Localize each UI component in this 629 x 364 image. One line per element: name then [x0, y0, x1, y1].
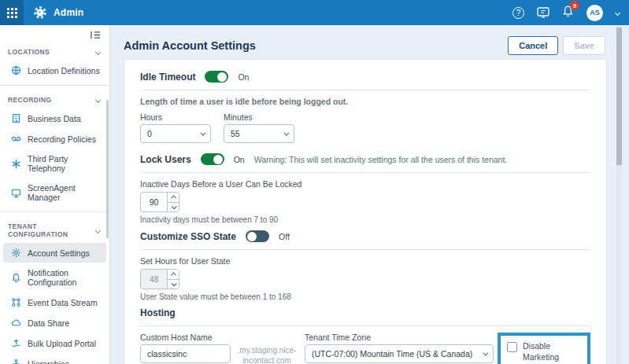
sidebar-item-third-party-telephony[interactable]: Third Party Telephony [3, 149, 106, 178]
sidebar-item-label: Business Data [28, 114, 81, 123]
chevron-down-icon [95, 97, 101, 102]
nodes-icon [11, 297, 21, 307]
idle-timeout-row: Idle Timeout On [140, 71, 590, 83]
sidebar-item-notification-configuration[interactable]: Notification Configuration [3, 263, 106, 292]
disable-marketing-panel-checkbox[interactable] [507, 342, 517, 352]
sidebar-section-recording[interactable]: RECORDING [0, 90, 109, 108]
sidebar-item-label: Location Definitions [28, 66, 100, 75]
stepper-up-button[interactable] [168, 270, 179, 279]
settings-card: Idle Timeout On Length of time a user is… [124, 59, 607, 364]
main-scrollbar[interactable] [616, 25, 622, 364]
sidebar-scrollbar[interactable] [106, 100, 109, 238]
lock-users-row: Lock Users On Warning: This will set ina… [140, 153, 590, 165]
building-icon [11, 113, 21, 123]
page-header: Admin Account Settings Cancel Save [111, 25, 629, 55]
sidebar-section-locations[interactable]: LOCATIONS [0, 42, 109, 60]
user-state-stepper[interactable]: 48 [140, 269, 179, 289]
sidebar-item-label: Data Share [28, 318, 69, 328]
waffle-grid-icon [7, 8, 17, 18]
save-button[interactable]: Save [563, 36, 605, 55]
stepper-down-button[interactable] [168, 202, 179, 212]
sidebar: LOCATIONS Location Definitions RECORDING… [0, 25, 110, 364]
sidebar-item-event-data-stream[interactable]: Event Data Stream [3, 292, 106, 312]
sidebar-item-screenagent-manager[interactable]: ScreenAgent Manager [3, 178, 106, 207]
chevron-down-icon [95, 228, 101, 233]
sidebar-item-label: Recording Policies [28, 134, 96, 144]
upload-icon [11, 338, 21, 348]
hosting-row: Custom Host Name .my.staging.nice-incont… [140, 333, 590, 364]
hours-field: Hours 0 [140, 112, 211, 143]
custom-host-name-label: Custom Host Name [140, 333, 231, 342]
divider [140, 172, 590, 173]
main-content: Admin Account Settings Cancel Save Idle … [111, 25, 629, 364]
section-label: RECORDING [8, 96, 52, 104]
user-state-hint: User State value must be between 1 to 16… [140, 292, 590, 301]
sidebar-item-account-settings[interactable]: Account Settings [3, 243, 106, 263]
inactive-days-value: 90 [141, 193, 167, 211]
custom-host-name-input[interactable] [140, 344, 231, 363]
sidebar-item-hierarchies[interactable]: Hierarchies [3, 354, 106, 364]
top-bar-actions: ? 9 AS [512, 5, 629, 21]
divider [140, 249, 590, 250]
avatar[interactable]: AS [586, 5, 603, 21]
stepper-down-button[interactable] [168, 279, 179, 289]
asterisk-icon [11, 159, 21, 169]
customize-sso-row: Customize SSO State Off [140, 230, 590, 242]
idle-timeout-fields: Hours 0 Minutes 55 [140, 112, 590, 143]
divider [140, 325, 590, 326]
customize-sso-label: Customize SSO State [140, 231, 236, 242]
section-label: LOCATIONS [8, 48, 50, 56]
customize-sso-state: Off [279, 232, 290, 241]
hours-label: Hours [140, 112, 211, 122]
inactive-days-stepper[interactable]: 90 [140, 192, 179, 212]
custom-host-name-field: Custom Host Name [140, 333, 231, 363]
lock-users-toggle[interactable] [201, 153, 224, 165]
hours-select[interactable]: 0 [140, 124, 211, 143]
chevron-down-icon [200, 130, 205, 135]
idle-timeout-toggle[interactable] [205, 71, 228, 83]
sidebar-item-label: Event Data Stream [28, 298, 98, 307]
notifications-button[interactable]: 9 [562, 5, 574, 20]
top-bar: Admin ? 9 AS [0, 0, 629, 25]
user-state-value: 48 [141, 270, 167, 289]
inactive-days-label: Inactive Days Before a User Can Be Locke… [140, 179, 590, 189]
minutes-value: 55 [231, 129, 240, 138]
cancel-button[interactable]: Cancel [508, 36, 558, 55]
divider [140, 90, 590, 90]
sidebar-item-business-data[interactable]: Business Data [3, 108, 106, 128]
scrollbar-thumb[interactable] [616, 28, 622, 165]
customize-sso-toggle[interactable] [246, 230, 269, 242]
chevron-down-icon [483, 350, 488, 355]
inactive-days-hint: Inactivity days must be between 7 to 90 [140, 215, 590, 224]
idle-timeout-description: Length of time a user is idle before bei… [140, 97, 590, 106]
minutes-select[interactable]: 55 [224, 124, 294, 143]
sidebar-item-label: Hierarchies [28, 359, 69, 364]
help-icon[interactable]: ? [512, 7, 524, 19]
divider [0, 211, 109, 212]
cloud-icon [11, 318, 21, 328]
stepper-up-button[interactable] [168, 193, 179, 202]
app-launcher-button[interactable] [0, 0, 24, 25]
section-label: TENANT CONFIGURATION [8, 222, 96, 238]
user-state-label: Set Hours for User State [140, 256, 590, 266]
sidebar-item-bulk-upload-portal[interactable]: Bulk Upload Portal [3, 333, 106, 353]
sidebar-item-location-definitions[interactable]: Location Definitions [3, 61, 106, 80]
disable-marketing-panel-field: Disable Marketing Panel [500, 335, 588, 364]
screen-share-icon[interactable] [537, 7, 549, 18]
sidebar-item-recording-policies[interactable]: Recording Policies [3, 129, 106, 149]
sidebar-section-tenant-configuration[interactable]: TENANT CONFIGURATION [0, 217, 109, 242]
lock-users-state: On [234, 155, 245, 164]
idle-timeout-label: Idle Timeout [140, 72, 195, 83]
chevron-down-icon [95, 49, 101, 54]
monitor-icon [11, 188, 21, 198]
notification-count-badge: 9 [570, 1, 579, 10]
hours-value: 0 [147, 129, 152, 138]
minutes-field: Minutes 55 [224, 112, 294, 143]
org-tree-icon [11, 358, 21, 364]
sidebar-item-data-share[interactable]: Data Share [3, 313, 106, 333]
minutes-label: Minutes [224, 112, 294, 122]
profile-chevron-down-icon[interactable] [615, 9, 620, 15]
tenant-time-zone-select[interactable]: (UTC-07:00) Mountain Time (US & Canada) [305, 344, 494, 363]
collapse-sidebar-icon[interactable] [90, 30, 102, 40]
lock-users-label: Lock Users [140, 154, 191, 165]
